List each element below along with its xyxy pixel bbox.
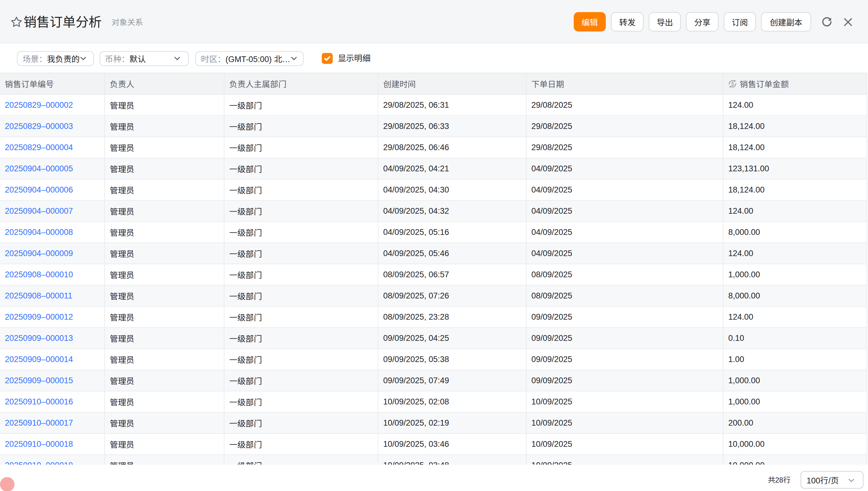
svg-text:$: $ [731,81,734,86]
